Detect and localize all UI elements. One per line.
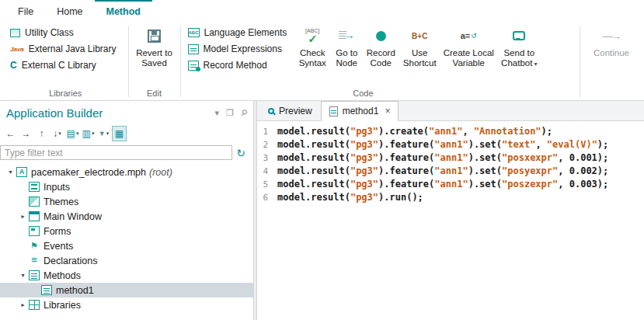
utility-class-button[interactable]: Utility Class (7, 26, 121, 40)
revert-to-saved-button[interactable]: Revert to Saved (133, 23, 176, 68)
tab-method[interactable]: Method (95, 0, 152, 21)
tree-item-declarations[interactable]: Declarations (0, 253, 253, 268)
node-menu-button[interactable] (65, 126, 80, 141)
method-document-icon (329, 106, 338, 117)
tab-home[interactable]: Home (45, 0, 94, 21)
continue-group-label (584, 87, 639, 100)
external-java-library-button[interactable]: External Java Library (7, 42, 121, 56)
tab-method1[interactable]: method1 × (321, 101, 399, 121)
ribbon-group-continue: Continue (582, 23, 641, 100)
code-line[interactable]: 5model.result("pg3").feature("ann1").set… (257, 178, 644, 191)
edit-group-label: Edit (133, 87, 176, 100)
collapse-icon[interactable]: ▾ (5, 169, 16, 176)
create-local-variable-button[interactable]: Create Local Variable (440, 23, 496, 68)
tree-item-inputs[interactable]: Inputs (0, 179, 253, 194)
tree-item-suffix: (root) (149, 167, 172, 178)
chevron-down-icon[interactable]: ▾ (215, 108, 220, 118)
filter-button[interactable] (96, 126, 111, 141)
code-text: model.result("pg3").run(); (277, 191, 423, 204)
code-text: model.result("pg3").create("ann1", "Anno… (277, 125, 552, 138)
expand-icon[interactable]: ▸ (17, 301, 29, 308)
check-syntax-icon: [ABC]✓ (305, 28, 319, 43)
record-code-icon (376, 31, 386, 41)
revert-to-saved-label: Revert to Saved (134, 48, 176, 68)
floppy-icon (148, 30, 161, 43)
tree-item-main-window[interactable]: ▸Main Window (0, 209, 253, 224)
check-syntax-label: Check Syntax (295, 48, 329, 68)
create-local-variable-label: Create Local Variable (441, 48, 496, 68)
code-group-label: Code (185, 87, 542, 100)
tree-item-methods[interactable]: ▾Methods (0, 268, 253, 283)
ribbon-group-edit: Revert to Saved Edit (131, 23, 179, 100)
send-to-chatbot-button[interactable]: Send to Chatbot (496, 23, 541, 69)
model-expressions-icon (188, 44, 199, 54)
refresh-icon[interactable]: ↻ (236, 147, 245, 159)
tree-item-forms[interactable]: Forms (0, 224, 253, 238)
pin-icon[interactable]: ⚲ (241, 108, 247, 118)
check-syntax-button[interactable]: [ABC]✓ Check Syntax (294, 23, 330, 68)
model-expressions-button[interactable]: Model Expressions (185, 42, 292, 56)
ribbon: Utility Class External Java Library Exte… (0, 21, 644, 101)
forms-icon (29, 226, 40, 236)
application-window: File Home Method Utility Class External … (0, 0, 644, 320)
method1-icon (41, 285, 52, 295)
themes-icon (29, 197, 40, 207)
code-line[interactable]: 6model.result("pg3").run(); (257, 191, 644, 204)
line-number: 1 (257, 125, 277, 138)
code-text: model.result("pg3").feature("ann1").set(… (277, 151, 608, 165)
nav-back-button[interactable] (3, 126, 18, 141)
tree-item-label: method1 (56, 285, 94, 296)
use-shortcut-label: Use Shortcut (399, 48, 440, 68)
go-to-node-icon (339, 30, 354, 42)
code-editor[interactable]: 1model.result("pg3").create("ann1", "Ann… (257, 121, 644, 320)
move-down-button[interactable] (50, 126, 64, 141)
events-icon (29, 241, 40, 251)
code-line[interactable]: 3model.result("pg3").feature("ann1").set… (257, 151, 644, 165)
grid-toggle-button[interactable] (112, 126, 127, 141)
language-elements-label: Language Elements (204, 27, 287, 38)
tree-item-method1[interactable]: method1 (0, 283, 253, 297)
move-up-button[interactable] (34, 126, 49, 141)
application-tree: ▾pacemaker_electrode.mph(root)InputsThem… (0, 162, 253, 320)
tree-item-label: Libraries (44, 300, 81, 311)
code-line[interactable]: 4model.result("pg3").feature("ann1").set… (257, 165, 644, 178)
tree-item-events[interactable]: Events (0, 238, 253, 253)
continue-label: Continue (594, 48, 629, 58)
tree-item-libraries[interactable]: ▸Libraries (0, 297, 253, 312)
language-elements-button[interactable]: Language Elements (185, 26, 292, 40)
external-c-library-label: External C Library (22, 60, 96, 71)
tree-item-label: Events (44, 241, 73, 252)
libraries-group-label: Libraries (7, 87, 124, 100)
nav-forward-button[interactable] (19, 126, 33, 141)
go-to-node-label: Go to Node (331, 48, 362, 68)
tab-preview[interactable]: Preview (259, 101, 321, 120)
tree-item-label: Inputs (44, 182, 70, 193)
tree-item-root[interactable]: ▾pacemaker_electrode.mph(root) (0, 165, 253, 179)
tree-item-label: Methods (44, 270, 81, 281)
float-window-icon[interactable]: ❐ (226, 108, 234, 118)
tree-toolbar (0, 124, 253, 143)
view-menu-button[interactable] (81, 126, 96, 141)
collapse-icon[interactable]: ▾ (17, 272, 29, 279)
tab-file[interactable]: File (6, 0, 45, 21)
use-shortcut-button[interactable]: Use Shortcut (399, 23, 440, 68)
ribbon-tab-bar: File Home Method (0, 0, 644, 21)
tree-item-label: Forms (44, 226, 71, 237)
record-code-button[interactable]: Record Code (363, 23, 399, 68)
line-number: 2 (257, 138, 277, 151)
external-c-library-button[interactable]: External C Library (7, 58, 121, 72)
main-area: Application Builder ▾ ❐ ⚲ ↻ ▾pacemaker_e… (0, 101, 644, 320)
tree-item-themes[interactable]: Themes (0, 194, 253, 209)
create-local-variable-icon (461, 31, 477, 41)
code-line[interactable]: 2model.result("pg3").feature("ann1").set… (257, 138, 644, 151)
go-to-node-button[interactable]: Go to Node (330, 23, 363, 68)
code-line[interactable]: 1model.result("pg3").create("ann1", "Ann… (257, 125, 644, 138)
magnifier-icon (268, 108, 274, 114)
continue-button[interactable]: Continue (584, 23, 639, 58)
record-method-button[interactable]: Record Method (185, 58, 292, 72)
tree-item-label: Main Window (44, 211, 102, 222)
close-icon[interactable]: × (385, 106, 390, 117)
code-text: model.result("pg3").feature("ann1").set(… (277, 178, 608, 191)
filter-input[interactable] (0, 145, 232, 160)
expand-icon[interactable]: ▸ (17, 213, 29, 220)
